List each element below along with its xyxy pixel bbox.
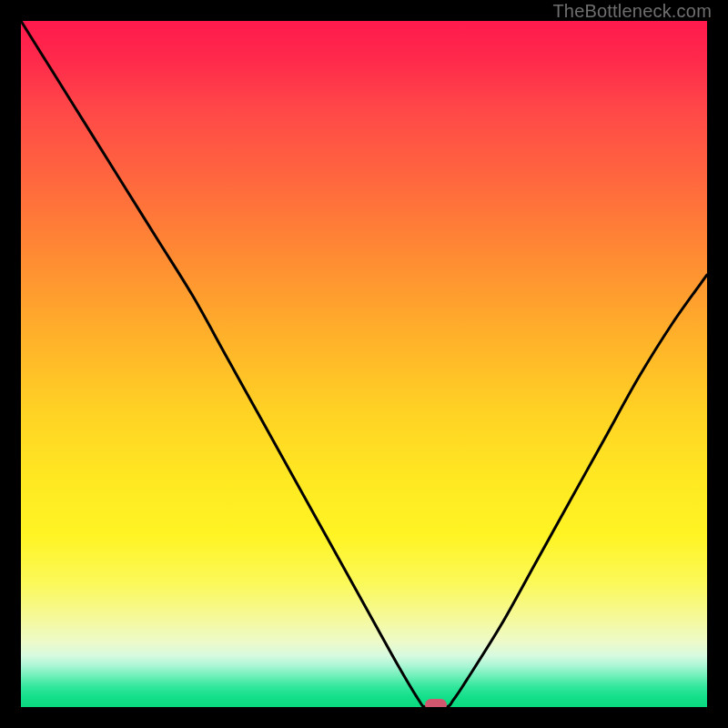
bottleneck-curve [21, 21, 707, 707]
watermark-text: TheBottleneck.com [552, 1, 712, 22]
optimal-marker [425, 699, 447, 707]
chart-frame: TheBottleneck.com [0, 0, 728, 728]
plot-area [21, 21, 707, 707]
